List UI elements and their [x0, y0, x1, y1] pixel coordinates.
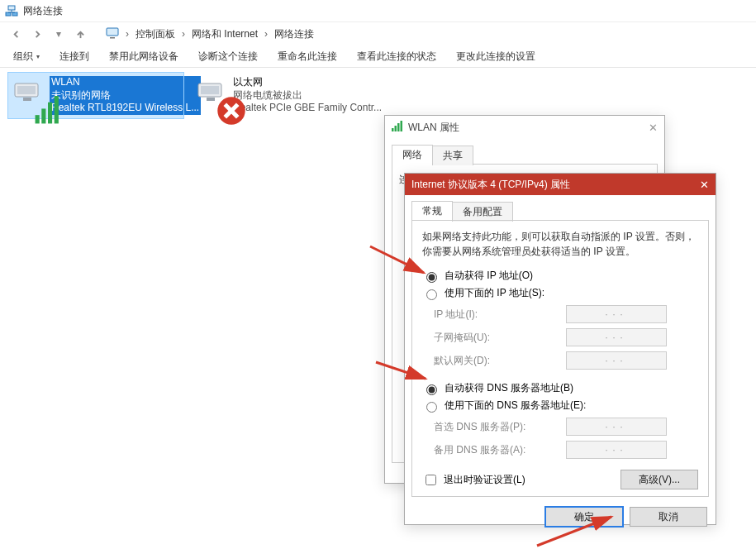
validate-on-exit-label: 退出时验证设置(L) [444, 473, 525, 487]
ip-auto-radio-input[interactable] [426, 272, 437, 283]
adapter-name-label: 以太网 [233, 76, 382, 89]
wlan-window-title: WLAN 属性 [408, 121, 459, 135]
validate-on-exit-input[interactable] [426, 475, 436, 485]
toolbar-diagnose[interactable]: 诊断这个连接 [188, 45, 268, 67]
alternate-dns-label: 备用 DNS 服务器(A): [434, 443, 566, 457]
preferred-dns-input: ··· [566, 418, 667, 436]
svg-rect-14 [55, 96, 59, 123]
ip-auto-label: 自动获得 IP 地址(O) [445, 269, 533, 283]
up-button[interactable] [73, 26, 88, 41]
ipv4-properties-dialog: Internet 协议版本 4 (TCP/IPv4) 属性 ✕ 常规 备用配置 … [404, 173, 716, 525]
toolbar-rename[interactable]: 重命名此连接 [268, 45, 347, 67]
svg-rect-12 [41, 108, 45, 123]
advanced-button[interactable]: 高级(V)... [620, 470, 698, 489]
window-title-bar: 网络连接 [0, 0, 756, 22]
window-title: 网络连接 [23, 4, 63, 18]
svg-rect-17 [207, 98, 215, 101]
ip-address-input: ··· [566, 305, 667, 323]
alternate-dns-input: ··· [566, 441, 667, 459]
svg-rect-7 [110, 37, 115, 39]
breadcrumb-item[interactable]: 控制面板 [136, 27, 175, 41]
chevron-right-icon: › [126, 28, 129, 40]
preferred-dns-label: 首选 DNS 服务器(P): [434, 420, 566, 434]
forward-button[interactable] [30, 26, 45, 41]
toolbar-organize[interactable]: 组织 [3, 45, 50, 67]
adapter-wlan[interactable]: WLAN 未识别的网络 Realtek RTL8192EU Wireless L… [8, 73, 183, 118]
svg-rect-21 [392, 128, 394, 131]
ipv4-description: 如果网络支持此功能，则可以获取自动指派的 IP 设置。否则，你需要从网络系统管理… [422, 229, 698, 259]
svg-rect-10 [23, 98, 31, 101]
svg-rect-6 [107, 28, 118, 36]
ipv4-tab-alternate[interactable]: 备用配置 [452, 202, 513, 222]
adapter-status-label: 未识别的网络 [50, 89, 201, 103]
adapter-status-label: 网络电缆被拔出 [233, 89, 382, 103]
breadcrumb-item[interactable]: 网络和 Internet [192, 27, 258, 41]
wlan-window-titlebar[interactable]: WLAN 属性 ✕ [385, 116, 664, 139]
ip-address-label: IP 地址(I): [434, 308, 566, 322]
ipv4-tab-panel: 如果网络支持此功能，则可以获取自动指派的 IP 设置。否则，你需要从网络系统管理… [411, 220, 709, 497]
ipv4-title: Internet 协议版本 4 (TCP/IPv4) 属性 [411, 178, 570, 192]
toolbar-view-status[interactable]: 查看此连接的状态 [347, 45, 446, 67]
wlan-tab-sharing[interactable]: 共享 [432, 146, 473, 165]
subnet-mask-label: 子网掩码(U): [434, 331, 566, 345]
ethernet-adapter-icon [197, 76, 226, 106]
recent-dropdown[interactable]: ▾ [51, 26, 66, 41]
chevron-right-icon: › [182, 28, 185, 40]
svg-rect-13 [48, 103, 52, 124]
svg-rect-0 [6, 12, 11, 16]
adapter-name-label: WLAN [50, 76, 201, 89]
ip-manual-radio-input[interactable] [426, 289, 437, 300]
toolbar: 组织 连接到 禁用此网络设备 诊断这个连接 重命名此连接 查看此连接的状态 更改… [0, 45, 756, 68]
svg-rect-16 [201, 86, 219, 94]
default-gateway-label: 默认网关(D): [434, 354, 566, 368]
dns-manual-radio[interactable]: 使用下面的 DNS 服务器地址(E): [422, 399, 698, 413]
close-icon[interactable]: ✕ [700, 179, 709, 191]
svg-rect-9 [17, 86, 36, 94]
wlan-window-icon [392, 121, 403, 135]
back-button[interactable] [8, 26, 23, 41]
toolbar-change-settings[interactable]: 更改此连接的设置 [446, 45, 545, 67]
ip-manual-radio[interactable]: 使用下面的 IP 地址(S): [422, 286, 698, 300]
default-gateway-input: ··· [566, 351, 667, 370]
svg-rect-23 [397, 123, 400, 131]
dns-auto-radio-input[interactable] [426, 384, 437, 395]
adapter-hardware-label: Realtek RTL8192EU Wireless L... [50, 102, 201, 115]
adapter-ethernet[interactable]: 以太网 网络电缆被拔出 Realtek PCIe GBE Family Cont… [192, 73, 367, 118]
dns-auto-label: 自动获得 DNS 服务器地址(B) [445, 381, 573, 395]
svg-rect-2 [8, 6, 15, 10]
ip-manual-label: 使用下面的 IP 地址(S): [445, 286, 544, 300]
subnet-mask-input: ··· [566, 328, 667, 346]
close-icon[interactable]: ✕ [649, 122, 658, 134]
svg-rect-24 [401, 121, 403, 131]
dns-manual-radio-input[interactable] [426, 402, 437, 413]
signal-bars-icon [33, 96, 45, 107]
breadcrumb-item[interactable]: 网络连接 [274, 27, 314, 41]
svg-rect-11 [36, 115, 40, 123]
breadcrumb-monitor-icon[interactable] [106, 26, 119, 42]
wlan-adapter-icon [13, 76, 43, 106]
breadcrumb: ▾ › 控制面板 › 网络和 Internet › 网络连接 [0, 22, 756, 45]
chevron-right-icon: › [264, 28, 268, 40]
dns-manual-label: 使用下面的 DNS 服务器地址(E): [445, 399, 586, 413]
wlan-tab-network[interactable]: 网络 [392, 145, 433, 165]
dns-auto-radio[interactable]: 自动获得 DNS 服务器地址(B) [422, 381, 698, 395]
ipv4-tab-general[interactable]: 常规 [411, 201, 453, 221]
ipv4-titlebar[interactable]: Internet 协议版本 4 (TCP/IPv4) 属性 ✕ [405, 174, 716, 195]
network-connections-icon [5, 4, 18, 17]
svg-rect-22 [395, 126, 397, 131]
ip-auto-radio[interactable]: 自动获得 IP 地址(O) [422, 269, 698, 283]
ok-button[interactable]: 确定 [545, 507, 623, 527]
cancel-button[interactable]: 取消 [630, 507, 707, 527]
validate-on-exit-checkbox[interactable]: 退出时验证设置(L) [422, 472, 525, 488]
adapter-hardware-label: Realtek PCIe GBE Family Contr... [233, 102, 382, 115]
svg-rect-1 [12, 12, 17, 16]
toolbar-connect-to[interactable]: 连接到 [50, 45, 99, 67]
toolbar-disable-device[interactable]: 禁用此网络设备 [99, 45, 188, 67]
error-x-icon [216, 96, 228, 107]
